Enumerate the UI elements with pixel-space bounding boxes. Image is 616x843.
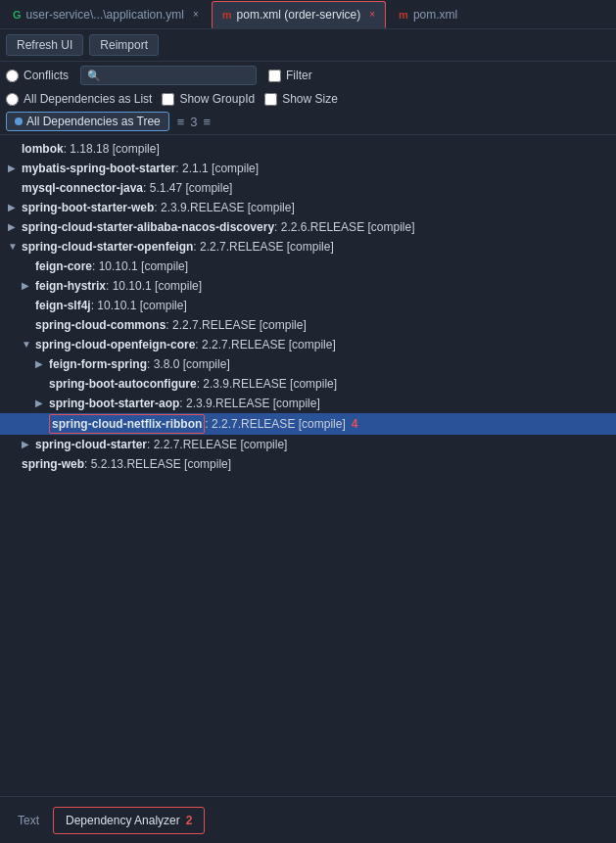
tree-arrow: ▼	[8, 238, 22, 256]
show-groupid-label: Show GroupId	[179, 92, 255, 106]
dep-version: : 2.3.9.RELEASE [compile]	[179, 395, 319, 412]
dep-version: : 2.2.7.RELEASE [compile]	[195, 336, 335, 353]
dep-version: : 2.2.7.RELEASE [compile]	[205, 415, 345, 433]
dep-tree-item[interactable]: ▶feign-form-spring : 3.8.0 [compile]	[0, 354, 616, 374]
dep-version: : 2.1.1 [compile]	[175, 160, 259, 177]
all-deps-tree-label: All Dependencies as Tree	[26, 115, 161, 128]
tab-label: pom.xml (order-service)	[237, 8, 361, 22]
all-deps-list-option[interactable]: All Dependencies as List	[6, 92, 152, 106]
dep-tree-item[interactable]: ▶spring-cloud-starter : 2.2.7.RELEASE [c…	[0, 435, 616, 454]
search-box[interactable]: 🔍	[80, 66, 257, 85]
tree-arrow: ▼	[22, 336, 35, 353]
dep-tree-item[interactable]: ▶feign-hystrix : 10.10.1 [compile]	[0, 276, 616, 296]
dep-name: spring-cloud-netflix-ribbon	[49, 414, 205, 434]
filter-checkbox[interactable]	[268, 70, 281, 82]
conflicts-radio[interactable]	[6, 70, 19, 82]
dep-tree-item[interactable]: ▶mybatis-spring-boot-starter : 2.1.1 [co…	[0, 159, 616, 178]
dep-version: : 3.8.0 [compile]	[147, 355, 230, 373]
all-deps-list-label: All Dependencies as List	[24, 92, 152, 106]
show-size-checkbox[interactable]	[264, 93, 277, 106]
dep-tree-item[interactable]: spring-cloud-commons : 2.2.7.RELEASE [co…	[0, 315, 616, 335]
maven-icon: m	[222, 9, 232, 21]
dep-tree-item[interactable]: ▼spring-cloud-openfeign-core : 2.2.7.REL…	[0, 335, 616, 354]
show-size-option[interactable]: Show Size	[264, 92, 338, 106]
options-row-2: All Dependencies as List Show GroupId Sh…	[0, 89, 616, 109]
dep-version: : 10.10.1 [compile]	[91, 297, 187, 314]
dep-name: spring-boot-starter-web	[22, 199, 154, 216]
maven-icon: m	[399, 9, 408, 21]
dep-version: : 5.1.47 [compile]	[143, 179, 232, 197]
all-deps-tree-button[interactable]: All Dependencies as Tree	[6, 112, 169, 131]
dep-version: : 1.18.18 [compile]	[64, 140, 160, 158]
dep-tree-item[interactable]: ▶spring-boot-starter-web : 2.3.9.RELEASE…	[0, 198, 616, 217]
dep-name: spring-cloud-starter-openfeign	[22, 238, 193, 256]
dep-tree-item[interactable]: lombok : 1.18.18 [compile]	[0, 139, 616, 159]
dep-version: : 5.2.13.RELEASE [compile]	[84, 455, 231, 473]
dep-name: lombok	[22, 140, 64, 158]
dep-tree-item[interactable]: ▶spring-boot-starter-aop : 2.3.9.RELEASE…	[0, 394, 616, 413]
tab-dependency-analyzer[interactable]: Dependency Analyzer 2	[53, 807, 205, 834]
tree-icons: ≡ 3 ≡	[177, 115, 211, 129]
filter-label: Filter	[286, 69, 312, 82]
tab-pom-order-service[interactable]: m pom.xml (order-service) ×	[212, 1, 386, 28]
tab-dep-analyzer-label: Dependency Analyzer	[66, 814, 180, 827]
tab-application-yml[interactable]: G user-service\...\application.yml ×	[2, 1, 210, 28]
filter-option[interactable]: Filter	[268, 69, 312, 82]
dep-version: : 2.2.7.RELEASE [compile]	[147, 436, 287, 453]
dep-name: mybatis-spring-boot-starter	[22, 160, 175, 177]
dependency-tree: lombok : 1.18.18 [compile]▶mybatis-sprin…	[0, 135, 616, 796]
expand-num-icon[interactable]: 3	[190, 115, 197, 129]
tab-pom-xml[interactable]: m pom.xml	[388, 1, 468, 28]
dep-version: : 2.2.7.RELEASE [compile]	[193, 238, 333, 256]
dep-tree-item[interactable]: ▼spring-cloud-starter-openfeign : 2.2.7.…	[0, 237, 616, 257]
dep-tree-item[interactable]: feign-core : 10.10.1 [compile]	[0, 257, 616, 276]
tree-arrow: ▶	[35, 355, 49, 373]
dep-tree-item[interactable]: mysql-connector-java : 5.1.47 [compile]	[0, 178, 616, 198]
tree-arrow: ▶	[8, 218, 22, 236]
options-row-1: Conflicts 🔍 Filter	[0, 62, 616, 89]
show-size-label: Show Size	[282, 92, 338, 106]
dep-name: feign-core	[35, 258, 92, 275]
show-groupid-option[interactable]: Show GroupId	[162, 92, 255, 106]
sort-icon[interactable]: ≡	[177, 115, 185, 129]
radio-dot	[15, 117, 23, 125]
dep-tree-item[interactable]: ▶spring-cloud-starter-alibaba-nacos-disc…	[0, 217, 616, 237]
dep-tree-item[interactable]: spring-boot-autoconfigure : 2.3.9.RELEAS…	[0, 374, 616, 394]
tab-text[interactable]: Text	[6, 808, 51, 833]
dep-name: feign-form-spring	[49, 355, 147, 373]
tree-arrow: ▶	[35, 395, 49, 412]
search-input[interactable]	[105, 69, 250, 82]
collapse-icon[interactable]: ≡	[204, 115, 212, 129]
search-icon: 🔍	[87, 70, 101, 82]
dep-version: : 2.2.7.RELEASE [compile]	[166, 316, 306, 334]
tree-arrow: ▶	[22, 436, 35, 453]
dep-name: spring-cloud-starter-alibaba-nacos-disco…	[22, 218, 274, 236]
dep-name: spring-boot-starter-aop	[49, 395, 179, 412]
file-icon: G	[13, 9, 22, 21]
dep-conflict-count: 4	[352, 415, 358, 433]
conflicts-option[interactable]: Conflicts	[6, 69, 69, 82]
dep-name: spring-cloud-starter	[35, 436, 147, 453]
show-groupid-checkbox[interactable]	[162, 93, 174, 106]
tab-text-label: Text	[18, 814, 39, 827]
all-deps-list-radio[interactable]	[6, 93, 19, 106]
dep-tree-item[interactable]: spring-cloud-netflix-ribbon : 2.2.7.RELE…	[0, 413, 616, 435]
dep-version: : 2.3.9.RELEASE [compile]	[154, 199, 294, 216]
dep-tree-item[interactable]: feign-slf4j : 10.10.1 [compile]	[0, 296, 616, 315]
tab-close-btn[interactable]: ×	[193, 9, 199, 20]
dep-version: : 10.10.1 [compile]	[92, 258, 188, 275]
dep-name: spring-web	[22, 455, 84, 473]
dep-name: feign-hystrix	[35, 277, 106, 295]
dep-analyzer-badge: 2	[186, 814, 193, 827]
dep-name: feign-slf4j	[35, 297, 91, 314]
dep-tree-item[interactable]: spring-web : 5.2.13.RELEASE [compile]	[0, 454, 616, 474]
tree-arrow: ▶	[22, 277, 35, 295]
tab-close-btn[interactable]: ×	[369, 9, 375, 20]
dep-name: spring-boot-autoconfigure	[49, 375, 197, 393]
refresh-ui-button[interactable]: Refresh UI	[6, 34, 83, 56]
dep-name: mysql-connector-java	[22, 179, 143, 197]
bottom-panel: Text Dependency Analyzer 2	[0, 796, 616, 843]
reimport-button[interactable]: Reimport	[89, 34, 159, 56]
dep-name: spring-cloud-commons	[35, 316, 166, 334]
tree-header-row: All Dependencies as Tree ≡ 3 ≡	[0, 109, 616, 135]
